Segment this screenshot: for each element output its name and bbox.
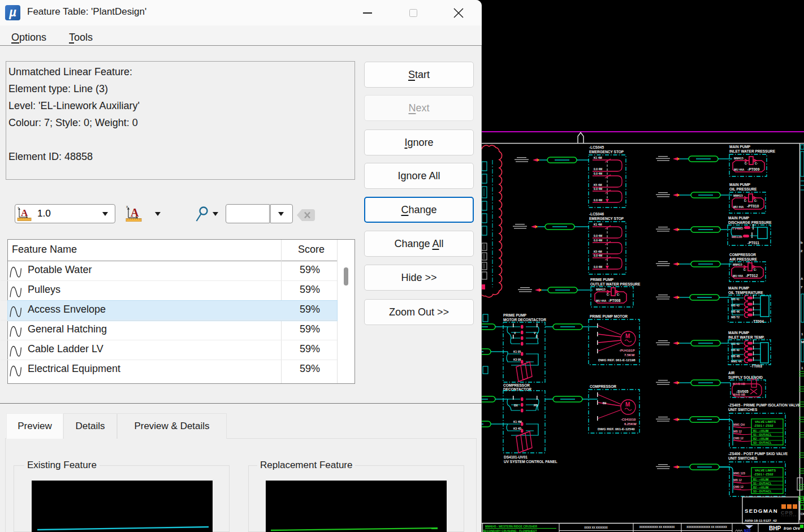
- svg-text:0.0 4M: 0.0 4M: [594, 167, 602, 171]
- svg-text:MAIN PUMP: MAIN PUMP: [729, 145, 751, 149]
- svg-text:M: M: [801, 340, 804, 344]
- svg-text:A959-18-11-5127_42: A959-18-11-5127_42: [745, 519, 777, 522]
- svg-text:1: 1: [801, 366, 803, 370]
- svg-text:-TT003: -TT003: [750, 364, 762, 368]
- svg-text:COMPRESSOR: COMPRESSOR: [729, 253, 756, 257]
- svg-text:MB 12: MB 12: [733, 430, 742, 433]
- svg-text:CKT: CKT: [801, 512, 804, 516]
- svg-text:SUPPLY SOLENOID: SUPPLY SOLENOID: [728, 375, 763, 379]
- svg-text:6.25KW: 6.25KW: [624, 422, 637, 426]
- svg-text:x: x: [18, 206, 19, 209]
- svg-text:MB 12: MB 12: [733, 478, 742, 482]
- svg-text:7.5KW: 7.5KW: [624, 353, 635, 357]
- svg-text:MB T2: MB T2: [731, 315, 740, 319]
- svg-text:B9: B9: [603, 401, 607, 405]
- svg-text:PB: PB: [534, 404, 538, 407]
- svg-text:K1 4M: K1 4M: [594, 156, 602, 159]
- svg-text:0.0 4M: 0.0 4M: [594, 198, 602, 202]
- svg-text:0.0 4M: 0.0 4M: [594, 265, 602, 269]
- svg-text:UNIT SWITCHES: UNIT SWITCHES: [728, 408, 758, 412]
- svg-text:x: x: [126, 205, 128, 209]
- svg-text:OM0 12: OM0 12: [733, 436, 744, 440]
- svg-text:SEDGMAN: SEDGMAN: [745, 508, 778, 514]
- svg-text:A: A: [131, 206, 139, 219]
- svg-text:V: V: [514, 331, 516, 335]
- svg-text:K1 4M: K1 4M: [513, 420, 522, 423]
- svg-text:-SV005: -SV005: [736, 390, 749, 393]
- svg-text:-PT008: -PT008: [608, 299, 621, 302]
- svg-text:UV SYSTEM CONTROL PANEL: UV SYSTEM CONTROL PANEL: [504, 460, 557, 464]
- svg-text:EMERGENCY STOP: EMERGENCY STOP: [589, 217, 624, 220]
- svg-text:Iron Ore: Iron Ore: [784, 526, 800, 531]
- svg-text:A: A: [801, 277, 803, 280]
- svg-text:0.0 4M: 0.0 4M: [594, 254, 602, 257]
- svg-text:-PT009: -PT009: [747, 167, 760, 171]
- svg-text:BX: BX: [514, 404, 518, 407]
- svg-text:DS4101-UV01: DS4101-UV01: [504, 455, 528, 459]
- svg-text:-TT004: -TT004: [752, 319, 764, 323]
- svg-text:1: 1: [801, 332, 803, 336]
- svg-text:CPB: CPB: [781, 510, 793, 516]
- svg-text:0.0 4M: 0.0 4M: [594, 234, 602, 237]
- svg-text:V: V: [534, 331, 536, 335]
- svg-text:A: A: [21, 207, 28, 218]
- svg-text:0.0 4M: 0.0 4M: [594, 187, 602, 191]
- svg-text:-C041010: -C041010: [621, 418, 636, 421]
- svg-text:-PT010: -PT010: [747, 204, 759, 208]
- svg-text:INLET WATER TEMP.: INLET WATER TEMP.: [728, 335, 765, 339]
- svg-text:XXXX XX XXXXXXX: XXXX XX XXXXXXX: [584, 526, 608, 529]
- svg-text:EMERGENCY STOP: EMERGENCY STOP: [589, 150, 624, 154]
- svg-text:MAIN PUMP: MAIN PUMP: [729, 183, 751, 187]
- svg-text:COMPRESSOR: COMPRESSOR: [590, 384, 616, 388]
- svg-text:OIL PRESSURE: OIL PRESSURE: [729, 187, 757, 191]
- svg-text:OUTLET WATER PRESSURE: OUTLET WATER PRESSURE: [590, 282, 641, 286]
- svg-text:-ZS405 - PRIME PUMP ISOLATION: -ZS405 - PRIME PUMP ISOLATION VALVE: [728, 403, 801, 407]
- svg-text:-PU4101P: -PU4101P: [619, 349, 635, 352]
- svg-text:K5 4M: K5 4M: [594, 183, 602, 187]
- svg-text:K5 4M: K5 4M: [594, 250, 602, 253]
- svg-text:BHP: BHP: [769, 525, 781, 531]
- svg-text:PRIME PUMP: PRIME PUMP: [590, 278, 614, 282]
- svg-text:AIR PRESSURE: AIR PRESSURE: [729, 257, 757, 261]
- svg-text:K3 4D: K3 4D: [513, 427, 522, 430]
- svg-text:-PT012: -PT012: [746, 274, 758, 278]
- svg-text:0.0 4M: 0.0 4M: [594, 239, 602, 242]
- svg-text:SECONDARY CRUSHING - FLOWSHEET: SECONDARY CRUSHING - FLOWSHEET: [483, 529, 537, 532]
- svg-text:-LCS045: -LCS045: [589, 145, 604, 149]
- svg-text:-ZS406 - POST PUMP SKID VALVE: -ZS406 - POST PUMP SKID VALVE: [728, 452, 788, 456]
- svg-text:K1 05: K1 05: [513, 350, 521, 353]
- svg-text:N3T: N3T: [744, 529, 751, 532]
- svg-text:OM0 12: OM0 12: [733, 485, 744, 488]
- svg-text:MAIN PUMP: MAIN PUMP: [728, 331, 750, 335]
- svg-text:AIR: AIR: [728, 371, 735, 375]
- svg-text:MAIN PUMP: MAIN PUMP: [728, 216, 750, 220]
- svg-text:MAIN PUMP: MAIN PUMP: [728, 286, 750, 290]
- svg-text:b: b: [801, 241, 803, 244]
- svg-text:COMPRESSOR: COMPRESSOR: [503, 383, 530, 387]
- svg-text:DWG REF. 061-E-12198: DWG REF. 061-E-12198: [598, 358, 636, 362]
- svg-text:K3 08: K3 08: [513, 358, 521, 361]
- svg-text:2: 2: [801, 249, 803, 253]
- svg-text:PRIME PUMP MOTOR: PRIME PUMP MOTOR: [590, 314, 628, 318]
- svg-text:0.0 4M: 0.0 4M: [594, 172, 602, 175]
- svg-text:MOTOR DECONTACTOR: MOTOR DECONTACTOR: [503, 318, 546, 322]
- svg-text:UNIT SWITCHES: UNIT SWITCHES: [728, 456, 758, 460]
- svg-text:-LCS046: -LCS046: [589, 212, 604, 216]
- svg-text:M: M: [625, 401, 630, 408]
- svg-text:DISCHARGE PRESSURE: DISCHARGE PRESSURE: [728, 220, 772, 224]
- svg-text:INLET WATER PRESSURE: INLET WATER PRESSURE: [729, 149, 776, 153]
- svg-text:XXXXXXXXXXXXXX XX XXXXXXX: XXXXXXXXXXXXXX XX XXXXXXX: [686, 526, 727, 529]
- svg-text:K1 4M: K1 4M: [594, 223, 602, 226]
- svg-text:DWG REF. 061-E-12540: DWG REF. 061-E-12540: [598, 427, 635, 431]
- svg-text:OIL TEMPERATURE: OIL TEMPERATURE: [728, 291, 763, 295]
- svg-text:PRIME PUMP: PRIME PUMP: [503, 313, 527, 317]
- svg-text:-PT011: -PT011: [747, 241, 759, 245]
- svg-text:MM4045 - WESTERN RIDGE CRUSHER: MM4045 - WESTERN RIDGE CRUSHER: [485, 525, 538, 528]
- svg-text:M: M: [625, 333, 630, 339]
- svg-text:7: 7: [801, 286, 803, 289]
- svg-text:XXXXXXXXXXX XX XXXXXXX: XXXXXXXXXXX XX XXXXXXX: [639, 526, 675, 529]
- svg-text:MM1 OH: MM1 OH: [733, 423, 745, 426]
- svg-text:MM1 123: MM1 123: [733, 472, 745, 475]
